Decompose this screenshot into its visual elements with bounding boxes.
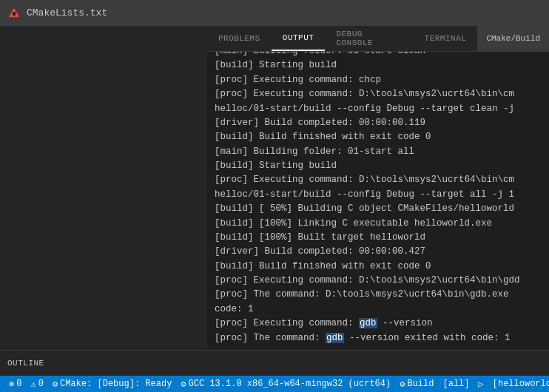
status-errors[interactable]: ⊗ 0 (4, 376, 26, 392)
content-area: PROBLEMS OUTPUT DEBUG CONSOLE TERMINAL C… (207, 26, 549, 350)
sidebar (0, 26, 207, 350)
cmake-icon (7, 7, 21, 20)
output-line: [proc] The command: D:\tools\msys2\ucrt6… (215, 288, 542, 302)
gdb-highlight: gdb (359, 318, 377, 328)
build-icon: ⚙ (400, 379, 405, 390)
output-line: [build] Starting build (215, 159, 542, 173)
output-line: [proc] Executing command: gdb --version (215, 317, 542, 331)
output-line: helloc/01-start/build --config Debug --t… (215, 188, 542, 202)
output-line: helloc/01-start/build --config Debug --t… (215, 102, 542, 116)
error-icon: ⊗ (9, 379, 14, 390)
panel-tabs: PROBLEMS OUTPUT DEBUG CONSOLE TERMINAL C… (207, 26, 549, 52)
cmake-status-icon: ⚙ (53, 379, 58, 390)
run-icon: ▷ (479, 379, 484, 390)
output-line: [build] Starting build (215, 58, 542, 72)
output-line: [proc] Executing command: D:\tools\msys2… (215, 173, 542, 187)
output-line: [main] Building folder: 01-start clean (215, 52, 542, 58)
panel-tab-right[interactable]: CMake/Build (477, 26, 549, 51)
output-line: [proc] The command: gdb --version exited… (215, 331, 542, 345)
status-bar: ⊗ 0 ⚠ 0 ⚙ CMake: [Debug]: Ready ⚙ GCC 13… (0, 376, 549, 392)
output-line: [proc] Executing command: chcp (215, 73, 542, 87)
status-cmake[interactable]: ⚙ CMake: [Debug]: Ready (48, 376, 176, 392)
warning-icon: ⚠ (30, 379, 36, 390)
output-content[interactable]: [main] Building folder: 01-start clean[b… (207, 52, 549, 350)
status-project-name[interactable]: [helloworld] (488, 376, 549, 392)
tab-output[interactable]: OUTPUT (272, 26, 326, 51)
output-line: [driver] Build completed: 00:00:00.427 (215, 245, 542, 259)
output-line: code: 1 (215, 303, 542, 317)
tab-terminal[interactable]: TERMINAL (414, 26, 478, 51)
output-line: [main] Building folder: 01-start all (215, 145, 542, 159)
compiler-icon: ⚙ (181, 379, 186, 390)
output-line: [proc] Executing command: D:\tools\msys2… (215, 87, 542, 101)
svg-rect-2 (13, 12, 16, 16)
status-build-label[interactable]: ⚙ Build (395, 376, 438, 392)
output-line: [build] [100%] Linking C executable hell… (215, 217, 542, 231)
tab-problems[interactable]: PROBLEMS (207, 26, 272, 51)
output-line: [build] Build finished with exit code 0 (215, 130, 542, 144)
outline-section: OUTLINE (0, 350, 549, 376)
title-bar: CMakeLists.txt (0, 0, 549, 26)
status-compiler[interactable]: ⚙ GCC 13.1.0 x86_64-w64-mingw32 (ucrt64) (176, 376, 395, 392)
title-bar-filename: CMakeLists.txt (27, 7, 107, 18)
status-warnings[interactable]: ⚠ 0 (26, 376, 47, 392)
status-build-target[interactable]: [all] (438, 376, 474, 392)
tab-debug-console[interactable]: DEBUG CONSOLE (325, 26, 413, 51)
output-line: [build] [100%] Built target helloworld (215, 231, 542, 245)
output-line: [driver] Build completed: 00:00:00.119 (215, 116, 542, 130)
status-run-icon-container[interactable]: ▷ (474, 376, 488, 392)
output-line: [build] [ 50%] Building C object CMakeFi… (215, 202, 542, 216)
gdb-highlight: gdb (326, 333, 344, 343)
output-line: [proc] Executing command: D:\tools\msys2… (215, 274, 542, 288)
output-line: [build] Build finished with exit code 0 (215, 260, 542, 274)
